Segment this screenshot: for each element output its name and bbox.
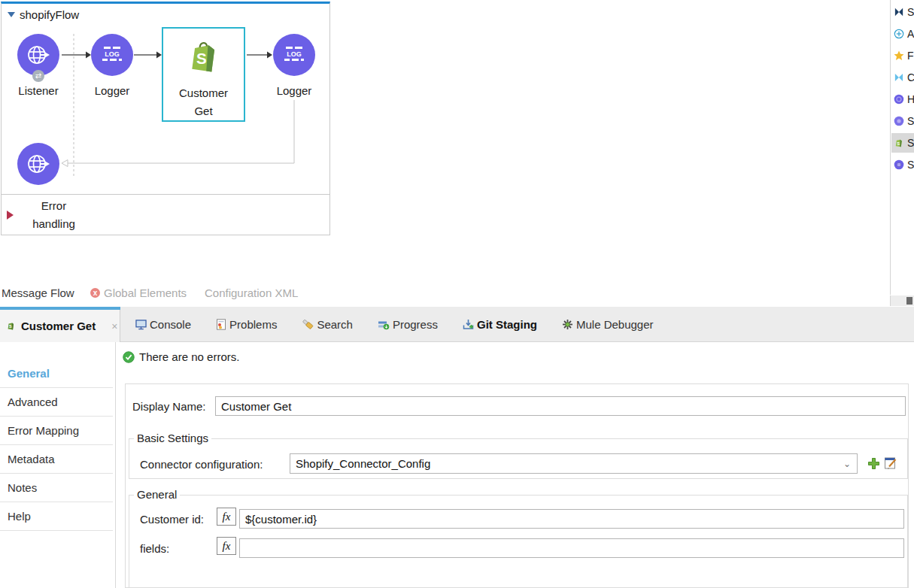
customer-get-node-label: Customer Get (162, 84, 245, 120)
tab-mule-debugger[interactable]: Mule Debugger (562, 318, 654, 331)
display-name-label: Display Name: (132, 400, 206, 413)
flow-container: shopifyFlow ⇄ Listener (1, 2, 330, 235)
status-row: There are no errors. (123, 350, 239, 363)
palette-item-1[interactable]: A (891, 24, 914, 44)
log-icon: LOG (102, 46, 123, 64)
listener-response-node[interactable] (17, 143, 59, 185)
palette-item-2[interactable]: F (891, 46, 914, 65)
view-tabs: Console Problems Search Progress (135, 307, 654, 342)
shopify-mini-icon: S (6, 321, 16, 331)
globe-arrow-icon (25, 41, 52, 68)
add-modules-icon (894, 29, 904, 39)
console-icon (135, 320, 147, 330)
fields-label: fields: (140, 542, 169, 555)
error-handling-label: Error handling (18, 197, 90, 233)
svg-text:LOG: LOG (287, 50, 302, 58)
svg-text:S: S (9, 324, 12, 329)
active-tab-highlight (0, 307, 120, 310)
palette-item-7[interactable]: S (891, 155, 914, 174)
logger1-node[interactable]: LOG (91, 34, 133, 76)
display-name-input[interactable] (215, 396, 906, 416)
search-flashlight-icon (302, 319, 314, 330)
error-handling-expand-icon[interactable] (7, 211, 14, 220)
globe-arrow-icon (25, 150, 52, 177)
palette-item-4[interactable]: H (891, 89, 914, 109)
fields-input[interactable] (239, 538, 904, 558)
tab-console[interactable]: Console (135, 318, 191, 331)
properties-tab-customer-get[interactable]: S Customer Get × (0, 307, 120, 342)
sidebar-item-notes[interactable]: Notes (0, 474, 113, 502)
mule-palette: S A F C H S (890, 0, 914, 295)
favorites-star-icon (894, 50, 904, 61)
shopify-bag-icon: S (184, 38, 223, 77)
tab-git-staging[interactable]: Git Staging (463, 318, 537, 331)
tab-message-flow[interactable]: Message Flow (2, 286, 74, 299)
sidebar-item-advanced[interactable]: Advanced (0, 388, 113, 417)
customer-id-input[interactable] (239, 509, 904, 529)
shopify-icon: S (894, 138, 904, 148)
palette-item-3[interactable]: C (891, 68, 914, 87)
log-icon: LOG (284, 46, 305, 64)
add-config-button[interactable] (867, 457, 880, 470)
close-icon[interactable]: × (111, 320, 117, 332)
customer-id-fx-button[interactable]: fx (217, 508, 236, 526)
tab-global-elements[interactable]: x Global Elements (90, 286, 187, 299)
problems-icon (216, 319, 226, 330)
tab-progress[interactable]: Progress (378, 318, 438, 331)
sidebar-separator (115, 342, 116, 588)
sidebar-item-general[interactable]: General (0, 359, 113, 388)
dark-x-icon (894, 7, 904, 17)
connector-config-label: Connector configuration: (140, 458, 263, 471)
fields-fx-button[interactable]: fx (217, 537, 236, 555)
status-message: There are no errors. (139, 350, 239, 363)
svg-text:S: S (897, 141, 900, 146)
chevron-down-icon: ⌄ (843, 459, 857, 469)
progress-icon (378, 320, 390, 330)
sidebar-item-metadata[interactable]: Metadata (0, 445, 113, 474)
general-legend: General (134, 488, 180, 501)
purple-module-icon (894, 116, 904, 126)
core-bowtie-icon (894, 72, 904, 83)
tab-search[interactable]: Search (302, 318, 353, 331)
palette-item-6[interactable]: S S (891, 133, 914, 153)
svg-text:S: S (196, 50, 207, 67)
logger1-node-label: Logger (82, 83, 142, 99)
connector-config-select[interactable]: Shopify_Connector_Config ⌄ (290, 453, 858, 474)
palette-item-5[interactable]: S (891, 111, 914, 131)
basic-settings-legend: Basic Settings (134, 432, 211, 444)
logger2-node[interactable]: LOG (273, 34, 315, 76)
listener-source-badge-icon: ⇄ (32, 70, 44, 82)
palette-scrollbar-thumb[interactable] (906, 297, 912, 305)
sidebar-item-error-mapping[interactable]: Error Mapping (0, 417, 113, 445)
purple-module-icon (894, 159, 904, 170)
mule-debugger-icon (562, 319, 573, 330)
git-staging-icon (463, 319, 474, 330)
sidebar-item-help[interactable]: Help (0, 502, 113, 531)
edit-config-button[interactable] (884, 456, 897, 470)
logger2-node-label: Logger (264, 83, 324, 99)
palette-item-0[interactable]: S (891, 2, 914, 22)
check-ok-icon (123, 351, 135, 363)
tab-configuration-xml[interactable]: Configuration XML (205, 286, 298, 299)
http-module-icon (894, 94, 904, 105)
customer-get-node[interactable]: S (184, 38, 223, 80)
properties-sidebar: General Advanced Error Mapping Metadata … (0, 359, 113, 531)
svg-text:LOG: LOG (105, 50, 120, 58)
tab-problems[interactable]: Problems (216, 318, 277, 331)
error-badge-icon: x (90, 288, 100, 298)
error-handling-section[interactable]: Error handling (2, 194, 329, 234)
listener-node-label: Listener (8, 83, 68, 99)
customer-id-label: Customer id: (140, 513, 204, 526)
